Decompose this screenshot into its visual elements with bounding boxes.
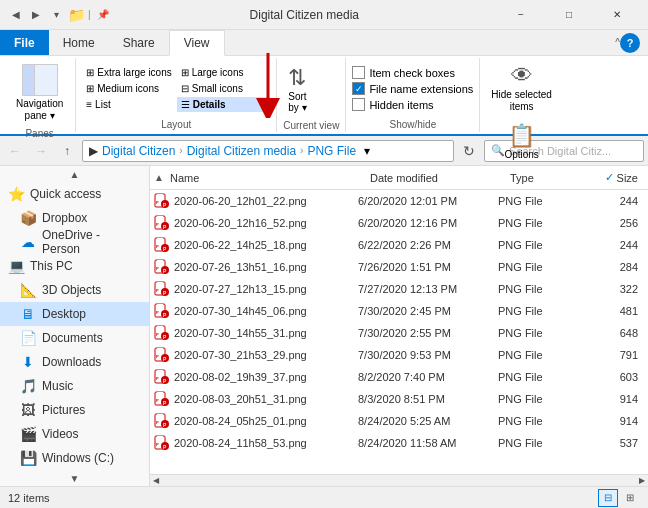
h-scroll-right[interactable]: ▶ [636, 475, 648, 487]
layout-large[interactable]: ⊞ Large icons [177, 65, 270, 80]
back-icon[interactable]: ◀ [8, 7, 24, 23]
minimize-button[interactable]: − [498, 0, 544, 30]
sidebar-scroll-up[interactable]: ▲ [0, 166, 149, 182]
breadcrumb-dropdown[interactable]: ▾ [364, 144, 370, 158]
layout-content: ⊞ Extra large icons ⊞ Large icons ⊞ Medi… [82, 60, 270, 117]
table-row[interactable]: P P 2020-06-20_12h01_22.png 6/20/2020 12… [150, 190, 648, 212]
breadcrumb-media[interactable]: Digital Citizen media [187, 144, 296, 158]
tab-home[interactable]: Home [49, 30, 109, 55]
file-name-extensions-checkbox[interactable]: ✓ [352, 82, 365, 95]
header-scroll-left[interactable]: ▲ [154, 166, 164, 190]
sidebar-item-pictures[interactable]: 🖼 Pictures [0, 398, 149, 422]
h-scroll-left[interactable]: ◀ [150, 475, 162, 487]
sidebar-item-music[interactable]: 🎵 Music [0, 374, 149, 398]
breadcrumb-digital-citizen[interactable]: Digital Citizen [102, 144, 175, 158]
panes-label: Panes [10, 126, 69, 139]
view-toggle-buttons: ⊟ ⊞ [598, 489, 640, 507]
svg-rect-53 [157, 414, 163, 419]
item-check-boxes-row[interactable]: Item check boxes [352, 66, 473, 79]
file-icon: P P [154, 303, 170, 319]
sidebar-item-thispc[interactable]: 💻 This PC [0, 254, 149, 278]
showhide-content: Item check boxes ✓ File name extensions … [352, 60, 473, 117]
table-row[interactable]: P P 2020-07-30_14h55_31.png 7/30/2020 2:… [150, 322, 648, 344]
h-scroll-track[interactable] [162, 475, 636, 487]
sidebar-item-downloads[interactable]: ⬇ Downloads [0, 350, 149, 374]
sidebar-item-desktop[interactable]: 🖥 Desktop [0, 302, 149, 326]
file-name: 2020-07-30_14h45_06.png [174, 305, 358, 317]
tab-view[interactable]: View [169, 30, 225, 56]
table-row[interactable]: P P 2020-08-02_19h39_37.png 8/2/2020 7:4… [150, 366, 648, 388]
layout-list[interactable]: ≡ List [82, 97, 175, 112]
hidden-items-checkbox[interactable] [352, 98, 365, 111]
item-check-boxes-checkbox[interactable] [352, 66, 365, 79]
sidebar-label-onedrive: OneDrive - Person [42, 228, 141, 256]
breadcrumb-png[interactable]: PNG File [307, 144, 356, 158]
close-button[interactable]: ✕ [594, 0, 640, 30]
sort-by-button[interactable]: ⇅ Sortby ▾ [283, 60, 311, 118]
tab-file[interactable]: File [0, 30, 49, 55]
sidebar-label-downloads: Downloads [42, 355, 101, 369]
hide-selected-icon: 👁 [511, 63, 533, 89]
sidebar-label-thispc: This PC [30, 259, 73, 273]
table-row[interactable]: P P 2020-06-22_14h25_18.png 6/22/2020 2:… [150, 234, 648, 256]
breadcrumb-sep-1: › [179, 145, 182, 156]
large-icon-view-button[interactable]: ⊞ [620, 489, 640, 507]
hidden-items-row[interactable]: Hidden items [352, 98, 473, 111]
table-row[interactable]: P P 2020-06-20_12h16_52.png 6/20/2020 12… [150, 212, 648, 234]
table-row[interactable]: P P 2020-08-24_11h58_53.png 8/24/2020 11… [150, 432, 648, 454]
forward-button[interactable]: → [30, 140, 52, 162]
refresh-button[interactable]: ↻ [458, 140, 480, 162]
file-date: 8/24/2020 11:58 AM [358, 437, 498, 449]
layout-medium[interactable]: ⊞ Medium icons [82, 81, 175, 96]
breadcrumb[interactable]: ▶ Digital Citizen › Digital Citizen medi… [82, 140, 454, 162]
sidebar-item-dropbox[interactable]: 📦 Dropbox [0, 206, 149, 230]
sidebar-item-videos[interactable]: 🎬 Videos [0, 422, 149, 446]
back-button[interactable]: ← [4, 140, 26, 162]
layout-small[interactable]: ⊟ Small icons [177, 81, 270, 96]
options-button[interactable]: 📋 Options [499, 120, 543, 163]
sidebar-item-quick-access[interactable]: ⭐ Quick access [0, 182, 149, 206]
col-header-type[interactable]: Type [504, 166, 584, 189]
ribbon-tabs: File Home Share View ^ ? [0, 30, 648, 56]
layout-extra-large[interactable]: ⊞ Extra large icons [82, 65, 175, 80]
pin-icon[interactable]: 📌 [95, 7, 111, 23]
file-name: 2020-08-03_20h51_31.png [174, 393, 358, 405]
col-header-size[interactable]: ✓ Size [584, 166, 644, 189]
file-type: PNG File [498, 217, 578, 229]
pictures-icon: 🖼 [20, 402, 36, 418]
title-bar: ◀ ▶ ▾ 📁 | 📌 Digital Citizen media − □ ✕ [0, 0, 648, 30]
sidebar-scroll-down[interactable]: ▼ [0, 470, 149, 486]
file-icon: P P [154, 369, 170, 385]
down-icon[interactable]: ▾ [48, 7, 64, 23]
ribbon-section-sortby: ⇅ Sortby ▾ Current view [277, 58, 346, 132]
details-view-button[interactable]: ⊟ [598, 489, 618, 507]
table-row[interactable]: P P 2020-07-27_12h13_15.png 7/27/2020 12… [150, 278, 648, 300]
up-button[interactable]: ↑ [56, 140, 78, 162]
sidebar-item-documents[interactable]: 📄 Documents [0, 326, 149, 350]
file-type: PNG File [498, 349, 578, 361]
forward-icon[interactable]: ▶ [28, 7, 44, 23]
table-row[interactable]: P P 2020-08-03_20h51_31.png 8/3/2020 8:5… [150, 388, 648, 410]
tab-share[interactable]: Share [109, 30, 169, 55]
table-row[interactable]: P P 2020-07-26_13h51_16.png 7/26/2020 1:… [150, 256, 648, 278]
h-scrollbar[interactable]: ◀ ▶ [150, 474, 648, 486]
col-header-date[interactable]: Date modified [364, 166, 504, 189]
svg-rect-3 [157, 194, 163, 199]
sidebar-label-3dobjects: 3D Objects [42, 283, 101, 297]
sidebar-item-onedrive[interactable]: ☁ OneDrive - Person [0, 230, 149, 254]
col-header-name[interactable]: Name [164, 166, 364, 189]
svg-text:P: P [156, 222, 159, 227]
file-size: 256 [578, 217, 638, 229]
table-row[interactable]: P P 2020-07-30_21h53_29.png 7/30/2020 9:… [150, 344, 648, 366]
sidebar-label-desktop: Desktop [42, 307, 86, 321]
file-name-extensions-row[interactable]: ✓ File name extensions [352, 82, 473, 95]
layout-details[interactable]: ☰ Details [177, 97, 270, 112]
sidebar-item-3dobjects[interactable]: 📐 3D Objects [0, 278, 149, 302]
hide-selected-button[interactable]: 👁 Hide selecteditems [486, 60, 557, 116]
navigation-pane-button[interactable]: Navigationpane ▾ [10, 60, 69, 126]
table-row[interactable]: P P 2020-08-24_05h25_01.png 8/24/2020 5:… [150, 410, 648, 432]
sidebar-item-windows[interactable]: 💾 Windows (C:) [0, 446, 149, 470]
table-row[interactable]: P P 2020-07-30_14h45_06.png 7/30/2020 2:… [150, 300, 648, 322]
maximize-button[interactable]: □ [546, 0, 592, 30]
help-button[interactable]: ? [620, 33, 640, 53]
